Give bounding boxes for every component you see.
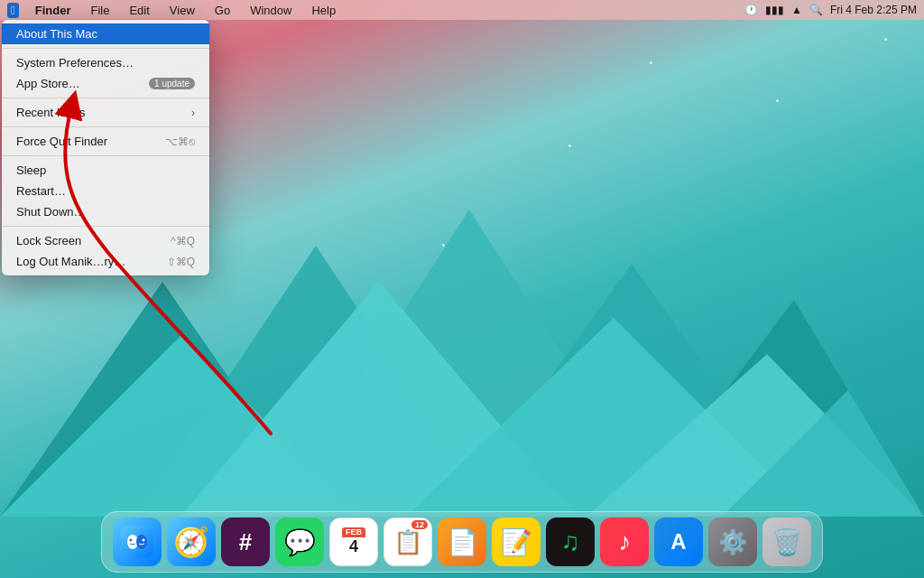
- menu-shut-down[interactable]: Shut Down…: [2, 201, 209, 222]
- dock-reminders[interactable]: 📋 12: [383, 517, 432, 566]
- file-menu[interactable]: File: [87, 3, 113, 18]
- dock-trash[interactable]: 🗑️: [762, 517, 811, 566]
- dock-whatsapp[interactable]: 💬: [275, 517, 324, 566]
- menubar-battery: ▮▮▮: [765, 4, 784, 16]
- menu-about-this-mac[interactable]: About This Mac: [2, 23, 209, 44]
- star-1: [884, 38, 887, 41]
- menu-system-preferences[interactable]: System Preferences…: [2, 52, 209, 73]
- menu-restart[interactable]: Restart…: [2, 181, 209, 201]
- divider-2: [2, 98, 209, 98]
- divider-5: [2, 226, 209, 227]
- menu-lock-screen[interactable]: Lock Screen ^⌘Q: [2, 230, 209, 251]
- menu-recent-items[interactable]: Recent Items ›: [2, 102, 209, 123]
- dock-music[interactable]: ♪: [600, 517, 649, 566]
- dock-safari[interactable]: 🧭: [167, 517, 216, 566]
- menu-app-store[interactable]: App Store… 1 update: [2, 73, 209, 94]
- dock-finder[interactable]: [113, 517, 162, 566]
- menubar-search[interactable]: 🔍: [809, 4, 823, 16]
- apple-menu-trigger[interactable]: : [7, 3, 19, 18]
- lock-screen-shortcut: ^⌘Q: [171, 235, 195, 247]
- menubar-wifi: ▲: [791, 4, 802, 16]
- menubar-right: 🕐 ▮▮▮ ▲ 🔍 Fri 4 Feb 2:25 PM: [744, 4, 917, 16]
- menu-sleep[interactable]: Sleep: [2, 160, 209, 181]
- star-2: [650, 61, 652, 64]
- app-store-badge: 1 update: [149, 78, 195, 89]
- go-menu[interactable]: Go: [211, 3, 234, 18]
- dock-calendar[interactable]: FEB 4: [329, 517, 378, 566]
- menu-log-out[interactable]: Log Out Manik…ry… ⇧⌘Q: [2, 251, 209, 272]
- apple-menu-dropdown: About This Mac System Preferences… App S…: [2, 20, 209, 275]
- edit-menu[interactable]: Edit: [125, 3, 152, 18]
- dock-appstore[interactable]: A: [654, 517, 703, 566]
- window-menu[interactable]: Window: [246, 3, 295, 18]
- view-menu[interactable]: View: [166, 3, 199, 18]
- dock-pages[interactable]: 📄: [438, 517, 486, 566]
- menubar-left:  Finder File Edit View Go Window Help: [7, 3, 339, 18]
- star-5: [442, 244, 445, 247]
- force-quit-shortcut: ⌥⌘⎋: [165, 135, 195, 148]
- finder-menu[interactable]: Finder: [32, 3, 75, 18]
- svg-point-15: [143, 539, 145, 542]
- dock-system-preferences[interactable]: ⚙️: [708, 517, 757, 566]
- dock-notes[interactable]: 📝: [492, 517, 541, 566]
- log-out-shortcut: ⇧⌘Q: [167, 256, 195, 268]
- menu-force-quit[interactable]: Force Quit Finder ⌥⌘⎋: [2, 131, 209, 152]
- divider-4: [2, 155, 209, 156]
- dock-slack[interactable]: #: [221, 517, 270, 566]
- help-menu[interactable]: Help: [308, 3, 339, 18]
- divider-3: [2, 126, 209, 127]
- star-4: [568, 144, 571, 147]
- menubar-clock: 🕐: [744, 4, 758, 16]
- dock: 🧭 # 💬 FEB 4 📋 12 📄 📝 ♫ ♪ A ⚙️: [101, 511, 823, 573]
- svg-point-13: [136, 535, 147, 549]
- menubar:  Finder File Edit View Go Window Help 🕐…: [0, 0, 924, 20]
- star-3: [776, 99, 779, 102]
- recent-items-arrow: ›: [191, 107, 195, 119]
- dock-spotify[interactable]: ♫: [546, 517, 595, 566]
- menubar-datetime: Fri 4 Feb 2:25 PM: [830, 4, 917, 16]
- divider-1: [2, 48, 209, 49]
- svg-point-14: [130, 539, 133, 542]
